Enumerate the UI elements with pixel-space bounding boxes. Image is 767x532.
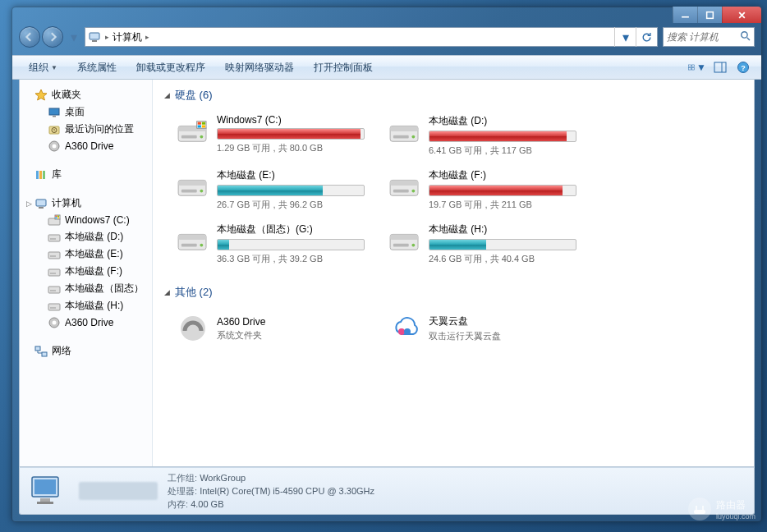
sidebar-item-drive[interactable]: 本地磁盘 (H:) [20,297,152,314]
svg-rect-66 [393,190,409,193]
svg-rect-73 [390,234,418,240]
organize-menu[interactable]: 组织▼ [19,61,67,75]
sidebar-item-label: 本地磁盘 (F:) [65,264,122,278]
nav-back-button[interactable] [19,26,40,48]
maximize-button[interactable] [697,7,722,23]
drive-icon [388,222,422,257]
svg-line-7 [747,38,750,40]
sidebar-item-recent[interactable]: 最近访问的位置 [20,121,152,138]
svg-point-77 [398,328,405,335]
sidebar-item-drive[interactable]: Windows7 (C:) [20,212,152,228]
section-other[interactable]: ◢其他 (2) [164,285,742,300]
drive-item[interactable]: 本地磁盘 (F:)19.7 GB 可用 , 共 211 GB [383,163,588,216]
section-drives[interactable]: ◢硬盘 (6) [164,88,742,103]
drive-item[interactable]: 本地磁盘 (E:)26.7 GB 可用 , 共 96.2 GB [171,163,376,216]
preview-pane-button[interactable] [710,58,730,76]
sidebar-item-drive[interactable]: A360 Drive [20,314,152,331]
sidebar-label: 网络 [52,344,71,358]
capacity-bar [429,131,576,142]
toolbar-map-drive[interactable]: 映射网络驱动器 [215,61,304,75]
svg-point-6 [742,32,747,38]
svg-point-75 [411,244,415,247]
svg-rect-9 [692,65,695,67]
svg-rect-26 [39,207,44,209]
sidebar-item-drive[interactable]: 本地磁盘（固态） [20,280,152,297]
addr-dropdown-button[interactable]: ▾ [614,27,636,47]
search-box[interactable] [663,27,755,47]
svg-rect-32 [57,218,59,219]
drive-item[interactable]: Windows7 (C:)1.29 GB 可用 , 共 80.0 GB [171,109,376,162]
details-properties: 工作组: WorkGroup 处理器: Intel(R) Core(TM) i5… [168,471,374,511]
refresh-button[interactable] [636,27,657,47]
drive-item[interactable]: 本地磁盘 (H:)24.6 GB 可用 , 共 40.4 GB [383,218,588,270]
star-icon [34,89,48,102]
sidebar-item-drive[interactable]: 本地磁盘 (F:) [20,263,152,280]
drive-name: Windows7 (C:) [217,114,371,126]
svg-point-63 [200,190,203,193]
sidebar-favorites[interactable]: 收藏夹 [20,86,152,103]
svg-rect-52 [198,122,201,125]
other-item[interactable]: A360 Drive系统文件夹 [171,306,376,351]
toolbar-sys-properties[interactable]: 系统属性 [67,61,126,75]
svg-rect-36 [50,255,56,257]
drive-icon [48,300,61,313]
drive-name: 本地磁盘（固态）(G:) [217,222,371,236]
svg-rect-62 [181,190,197,193]
drive-name: 本地磁盘 (H:) [429,222,583,236]
svg-rect-65 [390,180,418,186]
computer-name-blurred [79,482,158,500]
drive-name: 本地磁盘 (F:) [429,168,583,182]
drive-name: 本地磁盘 (E:) [217,168,371,182]
sidebar-item-drive[interactable]: 本地磁盘 (E:) [20,245,152,263]
breadcrumb-seg[interactable]: ▸计算机▸ [103,30,154,44]
view-options-button[interactable]: ▼ [687,58,707,76]
svg-rect-69 [178,234,206,240]
svg-rect-83 [694,510,705,514]
sidebar-network[interactable]: 网络 [20,342,152,360]
chevron-right-icon: ▸ [145,33,149,41]
search-input[interactable] [667,31,740,43]
computer-icon [85,30,103,44]
toolbar-uninstall[interactable]: 卸载或更改程序 [126,61,215,75]
svg-point-71 [200,244,203,247]
titlebar[interactable] [12,7,761,21]
drive-item[interactable]: 本地磁盘（固态）(G:)36.3 GB 可用 , 共 39.2 GB [171,218,376,270]
svg-rect-74 [393,244,409,247]
svg-rect-55 [202,125,205,127]
svg-text:?: ? [741,64,746,72]
address-bar[interactable]: ▸计算机▸ ▾ [85,27,658,47]
sidebar-libraries[interactable]: 库 [20,166,152,183]
svg-rect-31 [56,218,57,219]
minimize-button[interactable] [673,7,697,23]
svg-rect-25 [36,200,46,206]
expand-icon[interactable]: ▷ [26,200,32,208]
explorer-window: ▾ ▸计算机▸ ▾ 组织▼ 系统属性 卸载或更改程序 映射网络驱动器 打开控制面… [11,7,762,522]
drive-icon [48,231,61,244]
svg-point-78 [404,328,411,335]
section-label: 硬盘 (6) [175,88,213,103]
a360-icon [48,140,61,153]
toolbar-control-panel[interactable]: 打开控制面板 [304,61,383,75]
nav-history-dropdown[interactable]: ▾ [68,29,80,45]
close-button[interactable] [722,7,761,23]
drive-icon [48,265,61,278]
drive-free-text: 36.3 GB 可用 , 共 39.2 GB [217,253,371,265]
svg-rect-70 [181,244,197,247]
sidebar-item-drive[interactable]: 本地磁盘 (D:) [20,228,152,245]
capacity-bar [217,239,365,250]
help-button[interactable]: ? [733,58,753,76]
drive-icon [48,213,61,227]
network-icon [34,345,48,358]
drive-icon [388,114,422,149]
details-pane: 工作组: WorkGroup 处理器: Intel(R) Core(TM) i5… [19,467,755,515]
other-item[interactable]: 天翼云盘双击运行天翼云盘 [383,306,588,351]
svg-rect-81 [40,498,50,502]
item-icon [388,311,422,346]
sidebar-item-label: 桌面 [65,105,85,119]
sidebar-item-a360[interactable]: A360 Drive [20,138,152,154]
sidebar-item-desktop[interactable]: 桌面 [20,103,152,121]
sidebar-label: 收藏夹 [52,88,81,102]
drive-item[interactable]: 本地磁盘 (D:)6.41 GB 可用 , 共 117 GB [383,109,588,162]
sidebar-computer[interactable]: ▷计算机 [23,195,149,212]
nav-forward-button[interactable] [42,26,63,48]
